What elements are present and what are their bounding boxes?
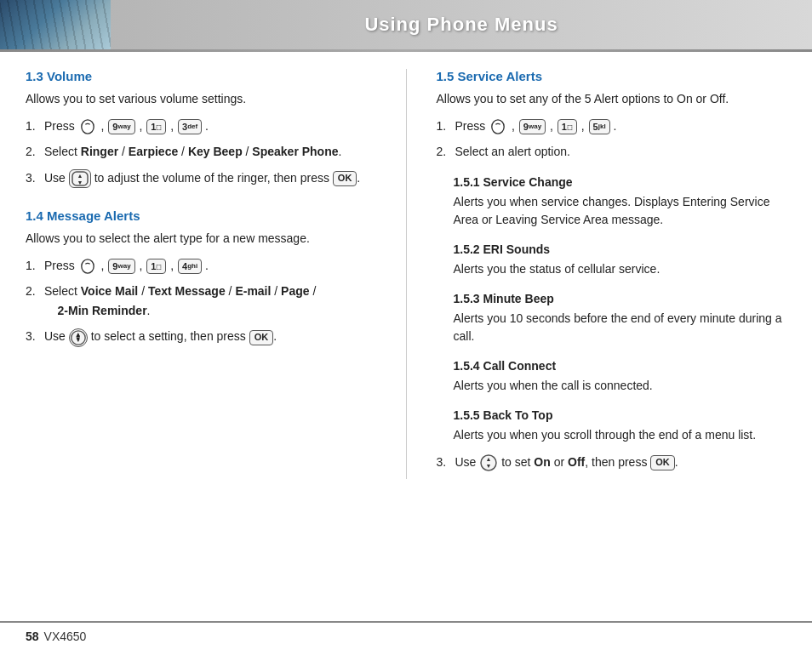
key-1: 1⬚ bbox=[146, 259, 166, 274]
option-voicemail: Voice Mail bbox=[81, 284, 138, 298]
key-4ghi: 4ghi bbox=[178, 259, 202, 274]
ok-key-icon: OK bbox=[333, 171, 357, 186]
step-num: 3. bbox=[26, 168, 44, 188]
subsection-1-5-1: 1.5.1 Service Change Alerts you when ser… bbox=[437, 175, 787, 229]
subsection-1-5-3: 1.5.3 Minute Beep Alerts you 10 seconds … bbox=[437, 292, 787, 345]
key-5jkl: 5jkl bbox=[589, 119, 610, 134]
option-earpiece: Earpiece bbox=[129, 145, 178, 158]
key-1: 1⬚ bbox=[146, 119, 166, 134]
subsection-1-5-1-title: 1.5.1 Service Change bbox=[454, 175, 787, 189]
step-1-4-3: 3. Use ▲ ▼ to select a setting, then pre… bbox=[26, 327, 376, 346]
footer-page-number: 58 bbox=[26, 630, 39, 643]
subsection-1-5-2-title: 1.5.2 ERI Sounds bbox=[454, 242, 787, 256]
step-1-3-2: 2. Select Ringer / Earpiece / Key Beep /… bbox=[26, 142, 376, 161]
subsection-1-5-3-desc: Alerts you 10 seconds before the end of … bbox=[454, 310, 787, 345]
section-1-5-desc: Allows you to set any of the 5 Alert opt… bbox=[437, 90, 787, 108]
step-1-4-2: 2. Select Voice Mail / Text Message / E-… bbox=[26, 282, 376, 320]
on-label: On bbox=[534, 455, 550, 469]
step-1-5-3: 3. Use ▲ ▼ to set On or Off, then press … bbox=[437, 453, 787, 472]
svg-text:▼: ▼ bbox=[76, 337, 81, 343]
step-num: 2. bbox=[26, 142, 44, 161]
nav-key-icon: ▲ ▼ bbox=[69, 328, 88, 347]
ok-key-icon: OK bbox=[650, 455, 675, 470]
main-content: 1.3 Volume Allows you to set various vol… bbox=[0, 52, 812, 496]
step-1-5-2: 2. Select an alert option. bbox=[437, 142, 787, 161]
step-num: 3. bbox=[26, 327, 44, 346]
phone-key-icon bbox=[78, 258, 97, 275]
step-content: Select Ringer / Earpiece / Key Beep / Sp… bbox=[44, 142, 376, 161]
subsection-1-5-2: 1.5.2 ERI Sounds Alerts you the status o… bbox=[437, 242, 787, 278]
column-divider bbox=[406, 69, 407, 479]
step-content: Use ▲ ▼ to set On or Off, then press OK. bbox=[455, 453, 787, 472]
section-1-5-title: 1.5 Service Alerts bbox=[437, 69, 787, 83]
option-keybeep: Key Beep bbox=[188, 145, 243, 158]
ok-key-icon: OK bbox=[249, 330, 274, 345]
section-1-4-title: 1.4 Message Alerts bbox=[26, 208, 376, 223]
page-footer: 58 VX4650 bbox=[0, 621, 812, 650]
svg-point-5 bbox=[71, 330, 85, 344]
step-content: Press , 9way , 1⬚ , 5jkl . bbox=[455, 117, 787, 135]
phone-key-icon bbox=[78, 118, 97, 135]
section-1-4: 1.4 Message Alerts Allows you to select … bbox=[26, 208, 376, 346]
page-title: Using Phone Menus bbox=[111, 14, 812, 36]
section-1-3-title: 1.3 Volume bbox=[26, 69, 376, 83]
off-label: Off bbox=[568, 455, 585, 469]
header-image bbox=[0, 0, 111, 49]
key-9way: 9way bbox=[108, 119, 134, 134]
page-header: Using Phone Menus bbox=[0, 0, 812, 49]
option-textmessage: Text Message bbox=[148, 284, 226, 298]
section-1-4-desc: Allows you to select the alert type for … bbox=[26, 230, 376, 248]
subsection-1-5-2-desc: Alerts you the status of cellular servic… bbox=[454, 260, 787, 278]
subsection-1-5-5: 1.5.5 Back To Top Alerts you when you sc… bbox=[437, 408, 787, 444]
key-1: 1⬚ bbox=[558, 119, 577, 134]
step-content: Use ▲ ▼ to select a setting, then press … bbox=[44, 327, 376, 346]
option-ringer: Ringer bbox=[81, 145, 118, 158]
phone-key-icon bbox=[489, 118, 507, 135]
section-1-3-desc: Allows you to set various volume setting… bbox=[26, 90, 376, 108]
footer-model: VX4650 bbox=[44, 630, 87, 643]
subsection-1-5-4-desc: Alerts you when the call is connected. bbox=[454, 377, 787, 395]
svg-text:▼: ▼ bbox=[77, 180, 83, 185]
subsection-1-5-4-title: 1.5.4 Call Connect bbox=[454, 359, 787, 373]
nav-key-icon-right: ▲ ▼ bbox=[479, 455, 501, 469]
step-num: 1. bbox=[26, 117, 44, 135]
step-content: Select an alert option. bbox=[455, 142, 787, 161]
svg-point-0 bbox=[81, 120, 93, 134]
key-9way: 9way bbox=[519, 119, 546, 134]
step-content: Press , 9way , 1⬚ , 3def . bbox=[44, 117, 376, 135]
step-1-5-1: 1. Press , 9way , 1⬚ , 5jkl . bbox=[437, 117, 787, 135]
option-email: E-mail bbox=[235, 284, 271, 298]
right-column: 1.5 Service Alerts Allows you to set any… bbox=[437, 69, 787, 479]
subsection-1-5-3-title: 1.5.3 Minute Beep bbox=[454, 292, 787, 305]
subsection-1-5-1-desc: Alerts you when service changes. Display… bbox=[454, 193, 787, 229]
svg-text:▲: ▲ bbox=[76, 331, 81, 337]
step-1-3-1: 1. Press , 9way , 1⬚ , 3def . bbox=[26, 117, 376, 135]
step-content: Select Voice Mail / Text Message / E-mai… bbox=[44, 282, 376, 320]
subsection-1-5-5-title: 1.5.5 Back To Top bbox=[454, 408, 787, 422]
step-num: 2. bbox=[437, 142, 455, 161]
step-1-4-1: 1. Press , 9way , 1⬚ , 4ghi . bbox=[26, 256, 376, 275]
svg-point-8 bbox=[492, 120, 504, 134]
section-1-3: 1.3 Volume Allows you to set various vol… bbox=[26, 69, 376, 188]
section-1-5: 1.5 Service Alerts Allows you to set any… bbox=[437, 69, 787, 472]
svg-text:▼: ▼ bbox=[486, 463, 492, 469]
svg-text:▲: ▲ bbox=[77, 173, 83, 179]
key-9way: 9way bbox=[108, 259, 134, 274]
subsection-1-5-5-desc: Alerts you when you scroll through the e… bbox=[454, 426, 787, 444]
subsection-1-5-4: 1.5.4 Call Connect Alerts you when the c… bbox=[437, 359, 787, 395]
left-column: 1.3 Volume Allows you to set various vol… bbox=[26, 69, 376, 479]
step-content: Use ▲ ▼ to adjust the volume of the ring… bbox=[44, 168, 376, 188]
step-num: 3. bbox=[437, 453, 455, 472]
step-1-3-3: 3. Use ▲ ▼ to adjust the volume of the r… bbox=[26, 168, 376, 188]
svg-point-4 bbox=[81, 259, 93, 273]
svg-text:▲: ▲ bbox=[486, 456, 492, 462]
step-num: 1. bbox=[437, 117, 455, 135]
option-2minreminder: 2-Min Reminder bbox=[58, 304, 147, 317]
step-num: 2. bbox=[26, 282, 44, 320]
option-page: Page bbox=[281, 284, 309, 298]
step-num: 1. bbox=[26, 256, 44, 275]
volume-key-icon: ▲ ▼ bbox=[69, 169, 91, 188]
step-content: Press , 9way , 1⬚ , 4ghi . bbox=[44, 256, 376, 275]
option-speakerphone: Speaker Phone bbox=[252, 145, 338, 158]
key-3del: 3def bbox=[178, 119, 202, 134]
